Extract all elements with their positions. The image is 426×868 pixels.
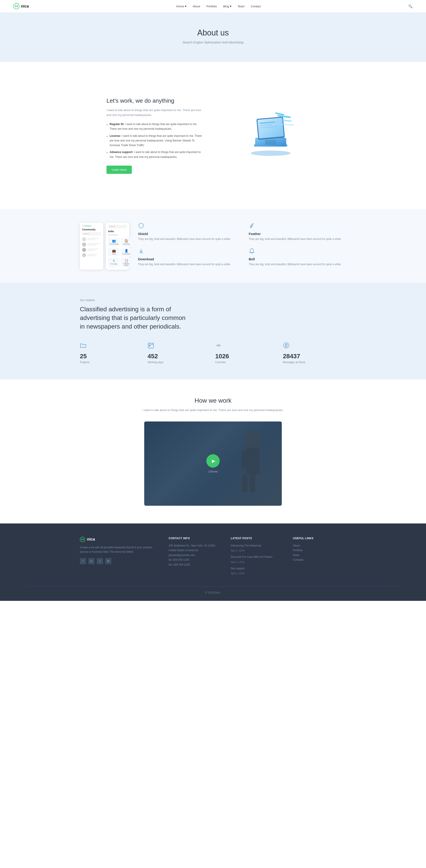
- post-item-3: Get support April 1, 2019: [231, 566, 284, 575]
- features-section: « Category Community Search: [0, 209, 426, 283]
- features-grid: Shield They are big, bold and beautiful.…: [138, 223, 346, 267]
- feature-download: Download They are big, bold and beautifu…: [138, 248, 235, 267]
- mock-grid-unknown: 📋 Unknown Policy: [121, 258, 132, 268]
- footer-logo-text: nica: [87, 537, 95, 541]
- lets-work-heading: Let's work, we do anything: [107, 97, 204, 104]
- stats-grid: 25 Projects 452 Working days: [80, 342, 346, 364]
- nav-item-home[interactable]: Home ▾: [176, 4, 187, 8]
- download-desc: They are big, bold and beautiful. Billbo…: [138, 262, 235, 267]
- social-facebook[interactable]: f: [80, 558, 86, 564]
- lets-work-inner: Let's work, we do anything I want to tal…: [80, 80, 346, 191]
- shield-desc: They are big, bold and beautiful. Billbo…: [138, 237, 235, 241]
- footer-link-contacts[interactable]: Contacts: [293, 558, 346, 562]
- feather-desc: They are big, bold and beautiful. Billbo…: [249, 237, 346, 241]
- stats-section: Our statistic Classified advertising is …: [0, 283, 426, 379]
- stat-working-number: 452: [147, 353, 211, 360]
- footer-contact-heading: CONTACT INFO: [169, 537, 222, 540]
- footer: nica Create a list with all possible key…: [0, 523, 426, 601]
- svg-point-1: [251, 151, 291, 156]
- mock-category-label: « Category: [82, 225, 101, 227]
- nav-item-blog[interactable]: Blog ▾: [223, 4, 231, 8]
- stat-commits: 1026 Commits: [215, 342, 279, 364]
- play-button[interactable]: [206, 454, 220, 468]
- nav-item-team[interactable]: Team: [238, 4, 245, 8]
- copyright-text: © 2019 Nica.: [27, 591, 399, 594]
- bell-title: Bell: [249, 257, 346, 261]
- stat-slack: 28437 Messages at Slack: [283, 342, 346, 364]
- navbar: nica Home ▾ About Portfolio Blog ▾ Team …: [0, 0, 426, 13]
- social-icons: f in t M: [80, 558, 160, 564]
- footer-latest-posts: LATEST POSTS Influencing The Influencer …: [231, 537, 284, 578]
- commits-icon: [215, 342, 279, 350]
- mockup-screen-left: « Category Community Search: [80, 223, 103, 270]
- post-link-2[interactable]: Decorate For Less With Art Posters: [231, 555, 284, 560]
- shield-icon: [138, 223, 235, 230]
- how-we-work-section: How we work I want to talk about to thin…: [0, 379, 426, 523]
- stats-heading: Classified advertising is a form of adve…: [80, 305, 191, 331]
- footer-brand-desc: Create a list with all possible keywords…: [80, 545, 160, 554]
- nav-item-contact[interactable]: Contact: [251, 4, 261, 8]
- nav-item-about[interactable]: About: [193, 4, 200, 8]
- footer-bottom: © 2019 Nica.: [27, 586, 399, 594]
- footer-logo: nica: [80, 537, 160, 542]
- mock-list-item-4: [82, 253, 101, 257]
- features-inner: « Category Community Search: [80, 223, 346, 270]
- nav-links: Home ▾ About Portfolio Blog ▾ Team Conta…: [176, 4, 261, 8]
- stat-projects-desc: Projects: [80, 361, 143, 364]
- download-icon: [138, 248, 235, 255]
- mock-list-item-2: [82, 243, 101, 247]
- feature-shield: Shield They are big, bold and beautiful.…: [138, 223, 235, 241]
- stat-working-days: 452 Working days: [147, 342, 211, 364]
- video-duration: 1:54 min: [208, 470, 218, 473]
- svg-point-23: [284, 343, 289, 348]
- nav-item-portfolio[interactable]: Portfolio: [206, 4, 217, 8]
- feature-label-license: License:: [110, 134, 121, 137]
- feature-text-license: I want to talk about to things that are …: [110, 134, 202, 147]
- post-link-1[interactable]: Influencing The Influencer: [231, 544, 284, 548]
- logo-icon: [13, 3, 20, 9]
- svg-line-26: [285, 344, 286, 347]
- post-link-3[interactable]: Get support: [231, 566, 284, 571]
- mock-avatar-3: [82, 248, 86, 252]
- mock-avatar-2: [82, 243, 86, 247]
- lets-work-section: Let's work, we do anything I want to tal…: [0, 62, 426, 209]
- video-overlay: 1:54 min: [144, 422, 282, 506]
- footer-address: 435 Wallstreet St., New York, VA 12354, …: [169, 544, 222, 553]
- mock-community-title: Community: [82, 228, 101, 231]
- footer-link-portfolio[interactable]: Portfolio: [293, 548, 346, 553]
- footer-tel: tel: 826 256 1234: [169, 558, 222, 562]
- search-icon[interactable]: 🔍: [408, 4, 413, 8]
- learn-more-button[interactable]: Learn more: [107, 166, 132, 174]
- mock-avatar-4: [82, 253, 86, 257]
- hero-section: About us Search Engine Optimization And …: [0, 13, 426, 62]
- svg-point-33: [80, 537, 85, 541]
- feature-bell: Bell They are big, bold and beautiful. B…: [249, 248, 346, 267]
- mockup-screen-right: Search India Ahmedabad 👥 Community 🏠 Hou…: [106, 223, 129, 270]
- feather-icon: [249, 223, 346, 230]
- mock-search-right[interactable]: Search: [108, 225, 127, 228]
- site-logo[interactable]: nica: [13, 3, 29, 9]
- feature-item-regular: Regular fit: I want to talk about to thi…: [107, 122, 204, 131]
- footer-link-about[interactable]: About: [293, 544, 346, 548]
- shield-title: Shield: [138, 232, 235, 236]
- folder-icon: [80, 342, 143, 350]
- stat-projects: 25 Projects: [80, 342, 143, 364]
- social-linkedin[interactable]: in: [88, 558, 94, 564]
- social-twitter[interactable]: t: [97, 558, 103, 564]
- footer-email[interactable]: jevweki@yoursite.com: [169, 553, 222, 558]
- stat-commits-number: 1026: [215, 353, 279, 360]
- footer-contact: CONTACT INFO 435 Wallstreet St., New Yor…: [169, 537, 222, 578]
- post-date-3: April 1, 2019: [231, 572, 245, 575]
- hero-subtitle: Search Engine Optimization And Advertisi…: [4, 40, 422, 44]
- footer-brand: nica Create a list with all possible key…: [80, 537, 160, 578]
- stats-inner: Our statistic Classified advertising is …: [80, 299, 346, 364]
- feature-item-license: License: I want to talk about to things …: [107, 134, 204, 148]
- how-desc: I want to talk about to things that are …: [135, 408, 291, 413]
- mock-search-bar[interactable]: Search: [82, 232, 101, 236]
- hashtag-icon: [283, 342, 346, 350]
- feature-list: Regular fit: I want to talk about to thi…: [107, 122, 204, 159]
- social-medium[interactable]: M: [105, 558, 111, 564]
- footer-link-team[interactable]: Team: [293, 553, 346, 558]
- mock-grid-forsale: $ For Sale: [108, 258, 120, 268]
- features-icons-grid: Shield They are big, bold and beautiful.…: [138, 223, 346, 267]
